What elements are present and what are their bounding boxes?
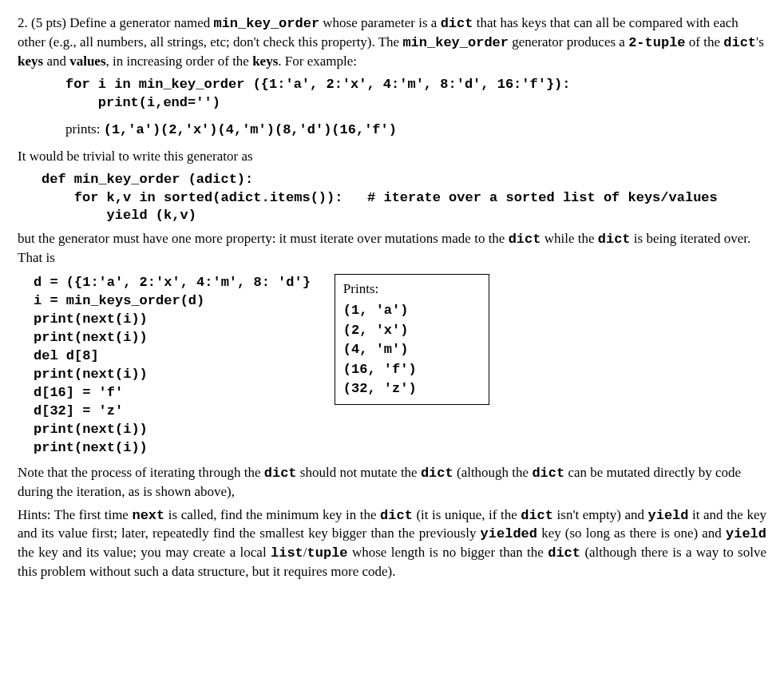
text: generator produces a [509, 34, 628, 50]
text: Hints: The first time [18, 507, 132, 522]
hints-paragraph: Hints: The first time next is called, fi… [18, 506, 766, 582]
output-box: Prints: (1, 'a') (2, 'x') (4, 'm') (16, … [335, 274, 489, 405]
prints-line: prints: (1,'a')(2,'x')(4,'m')(8,'d')(16,… [65, 121, 766, 140]
text: isn't empty) and [553, 507, 647, 522]
trivial-text: It would be trivial to write this genera… [18, 148, 766, 166]
but-paragraph: but the generator must have one more pro… [18, 230, 766, 268]
code-2tuple: 2-tuple [628, 35, 685, 50]
question-intro: 2. (5 pts) Define a generator named min_… [18, 14, 766, 71]
code-example-def: def min_key_order (adict): for k,v in so… [42, 171, 766, 226]
text: the key and its value; you may create a … [18, 545, 271, 560]
code-min-key-order: min_key_order [402, 35, 509, 50]
text: and [43, 54, 69, 69]
question-number: 2. (5 pts) [18, 15, 69, 30]
text: of the [686, 34, 724, 50]
text: Note that the process of iterating throu… [18, 465, 264, 480]
code-dict: dict [521, 508, 553, 523]
output-label: Prints: [343, 280, 417, 299]
code-dict: dict [421, 466, 453, 481]
code-yielded: yielded [481, 526, 537, 541]
code-next: next [132, 508, 164, 523]
output-lines: (1, 'a') (2, 'x') (4, 'm') (16, 'f') (32… [343, 301, 417, 399]
code-dict: dict [723, 35, 756, 50]
text: (it is unique, if the [413, 507, 521, 522]
text: Define a generator named [69, 15, 213, 30]
code-dict: dict [509, 232, 541, 247]
text: should not mutate the [297, 465, 421, 480]
text: 's [756, 34, 764, 50]
code-tuple: tuple [307, 545, 348, 561]
bold-values: values [69, 54, 105, 69]
code-example-loop: for i in min_key_order ({1:'a', 2:'x', 4… [65, 76, 766, 113]
prints-label: prints: [65, 121, 104, 137]
text: whose parameter is a [319, 15, 441, 30]
text: (although the [453, 465, 533, 480]
code-dict: dict [548, 545, 580, 561]
bold-keys: keys [252, 54, 278, 69]
code-dict: dict [380, 508, 413, 523]
text: but the generator must have one more pro… [18, 231, 509, 246]
text: , in increasing order of the [106, 54, 253, 69]
note-paragraph: Note that the process of iterating throu… [18, 464, 766, 502]
text: whose length is no bigger than the [348, 545, 548, 560]
code-yield: yield [648, 508, 689, 523]
code-dict: dict [264, 466, 297, 481]
text: while the [540, 231, 597, 246]
prints-output: (1,'a')(2,'x')(4,'m')(8,'d')(16,'f') [104, 122, 397, 137]
text: is called, find the minimum key in the [164, 507, 380, 522]
code-list: list [271, 545, 303, 561]
text: key (so long as there is one) and [537, 525, 726, 541]
code-dict: dict [598, 232, 631, 247]
code-dict: dict [441, 16, 473, 31]
bold-keys: keys [18, 54, 43, 69]
code-min-key-order: min_key_order [213, 16, 319, 31]
example-with-output: d = ({1:'a', 2:'x', 4:'m', 8: 'd'} i = m… [34, 274, 766, 457]
text: . For example: [278, 54, 357, 69]
mutation-code: d = ({1:'a', 2:'x', 4:'m', 8: 'd'} i = m… [34, 274, 311, 457]
code-dict: dict [532, 466, 564, 481]
code-yield: yield [726, 526, 766, 541]
